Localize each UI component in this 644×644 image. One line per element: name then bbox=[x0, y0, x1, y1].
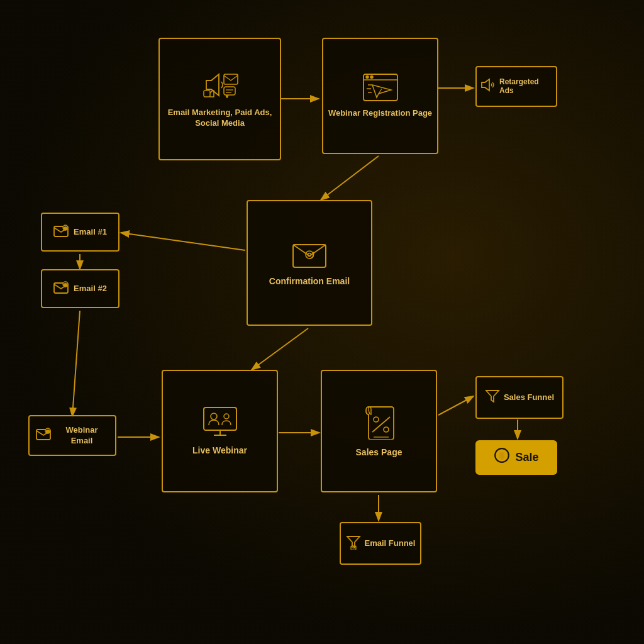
webinar-email-icon: @ bbox=[36, 426, 51, 445]
retargeted-ads-icon bbox=[480, 77, 496, 96]
svg-point-47 bbox=[374, 417, 379, 422]
svg-marker-29 bbox=[482, 79, 489, 91]
svg-point-45 bbox=[211, 413, 217, 419]
sale-icon: $ bbox=[494, 447, 510, 467]
svg-rect-14 bbox=[204, 91, 210, 97]
retargeted-ads-label: Retargeted Ads bbox=[499, 77, 552, 96]
email2-box: @ Email #2 bbox=[41, 269, 119, 308]
svg-line-7 bbox=[252, 328, 308, 370]
svg-line-49 bbox=[372, 417, 390, 432]
webinar-email-label: Webinar Email bbox=[55, 425, 109, 447]
live-webinar-box: Live Webinar bbox=[162, 370, 278, 492]
svg-line-10 bbox=[438, 396, 474, 415]
diagram-canvas: Email Marketing, Paid Ads, Social Media … bbox=[0, 0, 644, 644]
email-marketing-icon bbox=[201, 69, 239, 104]
svg-marker-24 bbox=[372, 85, 391, 97]
sales-page-icon bbox=[364, 404, 395, 443]
live-webinar-icon bbox=[201, 406, 239, 441]
svg-rect-15 bbox=[224, 74, 238, 84]
svg-line-3 bbox=[321, 156, 379, 200]
email-marketing-box: Email Marketing, Paid Ads, Social Media bbox=[158, 38, 281, 160]
svg-point-48 bbox=[384, 427, 389, 432]
svg-text:@: @ bbox=[46, 430, 50, 433]
email-funnel-icon bbox=[346, 535, 361, 553]
webinar-registration-box: Webinar Registration Page bbox=[322, 38, 438, 154]
svg-marker-13 bbox=[206, 74, 219, 96]
svg-point-22 bbox=[366, 75, 369, 78]
sales-page-label: Sales Page bbox=[356, 447, 402, 458]
email-marketing-label: Email Marketing, Paid Ads, Social Media bbox=[160, 108, 280, 129]
sales-funnel-icon bbox=[485, 389, 500, 407]
webinar-registration-label: Webinar Registration Page bbox=[328, 108, 432, 119]
svg-rect-16 bbox=[224, 87, 235, 95]
svg-text:@: @ bbox=[64, 226, 67, 230]
svg-line-4 bbox=[121, 233, 245, 250]
confirmation-email-icon bbox=[292, 238, 327, 272]
svg-rect-42 bbox=[204, 408, 236, 430]
svg-point-23 bbox=[370, 75, 373, 78]
webinar-email-box: @ Webinar Email bbox=[28, 415, 116, 456]
svg-text:@: @ bbox=[64, 283, 67, 287]
sales-page-box: Sales Page bbox=[321, 370, 437, 492]
webinar-registration-icon bbox=[363, 74, 398, 104]
svg-point-32 bbox=[308, 253, 311, 257]
svg-point-46 bbox=[224, 414, 229, 419]
svg-marker-19 bbox=[226, 96, 228, 98]
svg-text:$: $ bbox=[500, 452, 505, 461]
email1-icon: @ bbox=[53, 223, 69, 242]
email-funnel-box: Email Funnel bbox=[340, 522, 421, 565]
email2-icon: @ bbox=[53, 280, 69, 298]
email-funnel-label: Email Funnel bbox=[365, 538, 416, 549]
retargeted-ads-box: Retargeted Ads bbox=[475, 66, 557, 107]
sales-funnel-label: Sales Funnel bbox=[504, 392, 554, 403]
sale-label: Sale bbox=[515, 450, 538, 465]
email1-box: @ Email #1 bbox=[41, 213, 119, 252]
live-webinar-label: Live Webinar bbox=[192, 445, 247, 456]
svg-line-6 bbox=[72, 311, 80, 416]
confirmation-email-box: Confirmation Email bbox=[247, 200, 372, 326]
sales-funnel-box: Sales Funnel bbox=[475, 376, 564, 419]
confirmation-email-label: Confirmation Email bbox=[269, 275, 350, 287]
sale-box: $ Sale bbox=[475, 440, 557, 475]
email2-label: Email #2 bbox=[74, 284, 107, 294]
email1-label: Email #1 bbox=[74, 227, 107, 238]
